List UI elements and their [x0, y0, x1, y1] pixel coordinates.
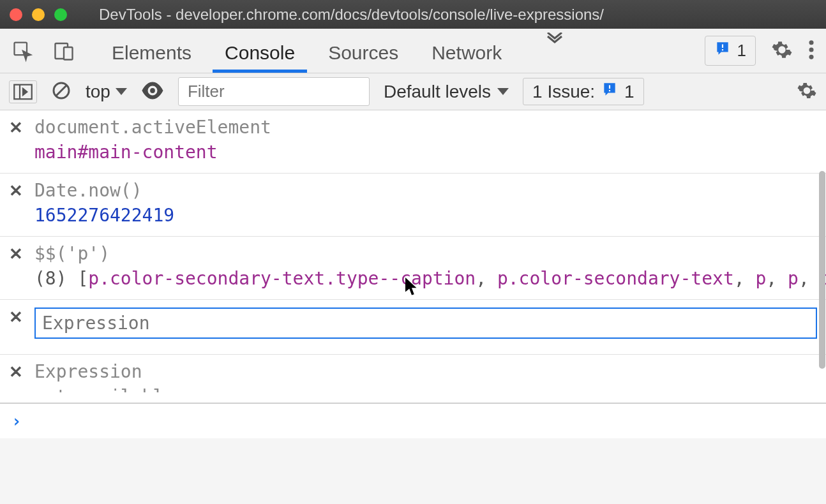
device-toolbar-icon[interactable] [52, 40, 75, 63]
live-expressions-panel: ✕ document.activeElement main#main-conte… [0, 110, 826, 404]
inspect-element-icon[interactable] [11, 40, 34, 63]
live-expression-row: ✕ [0, 300, 826, 355]
live-expression-row: ✕ document.activeElement main#main-conte… [0, 110, 826, 174]
svg-rect-3 [721, 45, 723, 48]
main-toolbar: Elements Console Sources Network 1 [0, 29, 826, 73]
log-levels-selector[interactable]: Default levels [384, 82, 509, 102]
new-expression-input[interactable] [34, 308, 817, 339]
tab-console[interactable]: Console [222, 29, 297, 72]
svg-rect-4 [721, 49, 723, 50]
expression-code[interactable]: document.activeElement [34, 117, 817, 138]
toggle-sidebar-icon[interactable] [9, 80, 37, 103]
expression-code[interactable]: Expression [34, 361, 817, 382]
remove-expression-icon[interactable]: ✕ [9, 308, 23, 327]
fullscreen-button[interactable] [54, 8, 67, 21]
minimize-button[interactable] [32, 8, 45, 21]
expression-result[interactable]: (8) [p.color-secondary-text.type--captio… [34, 268, 826, 289]
more-tabs-icon[interactable] [545, 29, 564, 72]
expression-code[interactable]: Date.now() [34, 180, 817, 201]
issue-count: 1 [737, 41, 746, 61]
svg-point-7 [809, 54, 813, 59]
tab-network[interactable]: Network [429, 29, 504, 72]
issue-text: 1 Issue: [532, 82, 595, 102]
console-settings-icon[interactable] [797, 80, 817, 103]
svg-line-11 [56, 85, 66, 96]
live-expression-icon[interactable] [141, 82, 164, 102]
expression-code[interactable]: $$('p') [34, 243, 826, 264]
svg-point-5 [809, 40, 813, 45]
more-options-icon[interactable] [808, 39, 815, 63]
expression-result[interactable]: 1652276422419 [34, 205, 817, 226]
console-prompt[interactable]: › [0, 404, 826, 438]
svg-rect-2 [64, 47, 73, 60]
tab-sources[interactable]: Sources [326, 29, 401, 72]
filter-input[interactable] [178, 77, 370, 106]
traffic-lights [10, 8, 67, 21]
window-titlebar: DevTools - developer.chrome.com/docs/dev… [0, 0, 826, 29]
scrollbar[interactable] [819, 171, 825, 369]
svg-rect-14 [609, 90, 610, 91]
prompt-caret-icon: › [11, 411, 22, 431]
context-label: top [86, 82, 110, 102]
live-expression-row: ✕ Date.now() 1652276422419 [0, 174, 826, 237]
settings-icon[interactable] [771, 39, 793, 63]
issue-icon [601, 81, 618, 102]
expression-result[interactable]: main#main-content [34, 142, 817, 163]
svg-rect-13 [609, 85, 610, 89]
issue-icon [714, 40, 731, 61]
live-expression-row: ✕ $$('p') (8) [p.color-secondary-text.ty… [0, 237, 826, 300]
close-button[interactable] [10, 8, 22, 21]
tab-elements[interactable]: Elements [109, 29, 194, 72]
remove-expression-icon[interactable]: ✕ [9, 181, 23, 201]
issues-badge[interactable]: 1 [705, 36, 756, 66]
window-title: DevTools - developer.chrome.com/docs/dev… [99, 6, 604, 24]
remove-expression-icon[interactable]: ✕ [9, 362, 23, 382]
result-prefix: (8) [ [34, 268, 88, 289]
clear-console-icon[interactable] [51, 80, 71, 103]
issues-link[interactable]: 1 Issue: 1 [523, 78, 644, 105]
svg-point-6 [809, 47, 813, 52]
live-expression-row: ✕ Expression not available [0, 355, 826, 403]
panel-tabs: Elements Console Sources Network [109, 29, 705, 72]
remove-expression-icon[interactable]: ✕ [9, 118, 23, 138]
remove-expression-icon[interactable]: ✕ [9, 244, 23, 264]
context-selector[interactable]: top [86, 82, 127, 102]
console-toolbar: top Default levels 1 Issue: 1 [0, 73, 826, 110]
dropdown-icon [116, 88, 127, 95]
expression-result: not available [34, 386, 817, 392]
levels-label: Default levels [384, 82, 491, 102]
dropdown-icon [497, 88, 509, 95]
issue-count: 1 [624, 82, 635, 102]
toolbar-right: 1 [705, 36, 815, 66]
svg-point-12 [150, 88, 155, 93]
